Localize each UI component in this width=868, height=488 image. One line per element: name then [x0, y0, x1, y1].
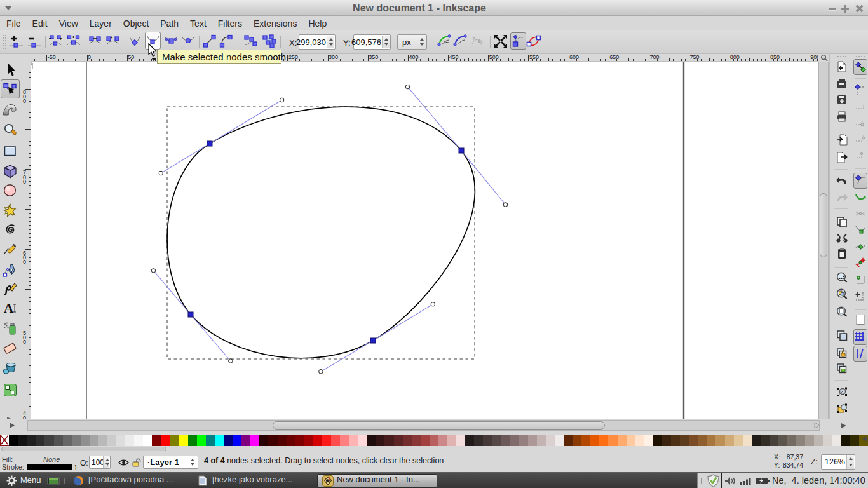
svg-text:A: A	[4, 301, 14, 316]
